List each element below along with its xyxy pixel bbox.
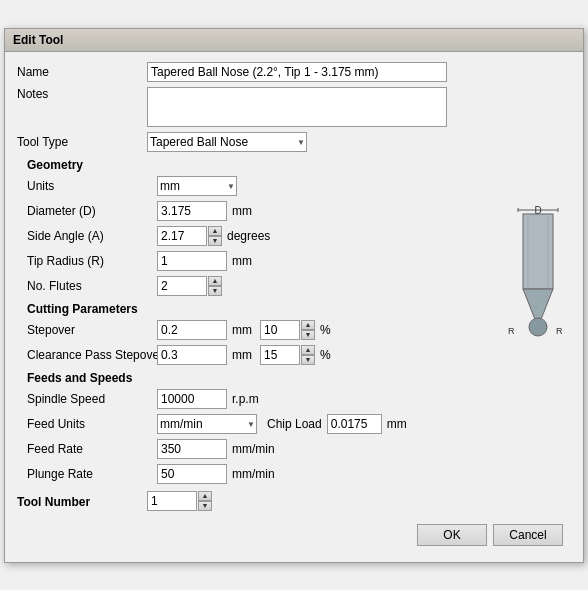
side-angle-up-btn[interactable]: ▲: [208, 226, 222, 236]
flutes-label: No. Flutes: [27, 279, 157, 293]
tool-type-row: Tool Type Tapered Ball Nose Ball Nose En…: [17, 132, 571, 152]
feed-rate-label: Feed Rate: [27, 442, 157, 456]
name-row: Name: [17, 62, 571, 82]
tip-radius-input[interactable]: [157, 251, 227, 271]
svg-rect-4: [523, 214, 553, 289]
ok-button[interactable]: OK: [417, 524, 487, 546]
tool-diagram: D R R: [503, 202, 568, 360]
notes-textarea[interactable]: [147, 87, 447, 127]
edit-tool-dialog: Edit Tool Name Notes Tool Type Tapered B…: [4, 28, 584, 563]
flutes-spinner-buttons: ▲ ▼: [208, 276, 222, 296]
clearance-pct-buttons: ▲ ▼: [301, 345, 315, 365]
notes-label: Notes: [17, 87, 147, 101]
diameter-input[interactable]: [157, 201, 227, 221]
clearance-stepover-mm-unit: mm: [232, 348, 252, 362]
flutes-down-btn[interactable]: ▼: [208, 286, 222, 296]
stepover-label: Stepover: [27, 323, 157, 337]
clearance-stepover-pct-input[interactable]: [260, 345, 300, 365]
clearance-stepover-label: Clearance Pass Stepover: [27, 348, 177, 362]
spindle-speed-row: Spindle Speed r.p.m: [27, 389, 571, 409]
tool-number-buttons: ▲ ▼: [198, 491, 212, 511]
tool-type-select-wrapper: Tapered Ball Nose Ball Nose End Mill V-B…: [147, 132, 307, 152]
stepover-row: Stepover mm ▲ ▼ %: [27, 320, 571, 340]
chip-load-label: Chip Load: [267, 417, 322, 431]
flutes-up-btn[interactable]: ▲: [208, 276, 222, 286]
units-row: Units mm inch ▼: [27, 176, 571, 196]
plunge-rate-unit: mm/min: [232, 467, 275, 481]
svg-text:R: R: [556, 326, 563, 336]
name-label: Name: [17, 65, 147, 79]
flutes-spinner: ▲ ▼: [157, 276, 222, 296]
tool-number-label: Tool Number: [17, 495, 147, 509]
side-angle-unit: degrees: [227, 229, 270, 243]
side-angle-spinner-buttons: ▲ ▼: [208, 226, 222, 246]
notes-row: Notes: [17, 87, 571, 127]
diameter-unit: mm: [232, 204, 252, 218]
tip-radius-label: Tip Radius (R): [27, 254, 157, 268]
tool-number-row: Tool Number ▲ ▼: [17, 489, 571, 513]
side-angle-label: Side Angle (A): [27, 229, 157, 243]
units-select[interactable]: mm inch: [157, 176, 237, 196]
feed-units-row: Feed Units mm/min inch/min ▼ Chip Load m…: [27, 414, 571, 434]
geometry-header: Geometry: [27, 158, 571, 172]
feed-rate-input[interactable]: [157, 439, 227, 459]
side-angle-row: Side Angle (A) ▲ ▼ degrees: [27, 226, 571, 246]
flutes-input[interactable]: [157, 276, 207, 296]
stepover-pct-spinner: ▲ ▼: [260, 320, 315, 340]
tool-number-down-btn[interactable]: ▼: [198, 501, 212, 511]
feed-rate-row: Feed Rate mm/min: [27, 439, 571, 459]
clearance-stepover-pct-unit: %: [320, 348, 331, 362]
units-select-wrapper: mm inch ▼: [157, 176, 237, 196]
spindle-speed-label: Spindle Speed: [27, 392, 157, 406]
name-input[interactable]: [147, 62, 447, 82]
stepover-pct-buttons: ▲ ▼: [301, 320, 315, 340]
side-angle-spinner: ▲ ▼: [157, 226, 222, 246]
feed-units-select[interactable]: mm/min inch/min: [157, 414, 257, 434]
dialog-title: Edit Tool: [13, 33, 63, 47]
feed-units-label: Feed Units: [27, 417, 157, 431]
cutting-header: Cutting Parameters: [27, 302, 571, 316]
side-angle-input[interactable]: [157, 226, 207, 246]
side-angle-down-btn[interactable]: ▼: [208, 236, 222, 246]
flutes-row: No. Flutes ▲ ▼: [27, 276, 571, 296]
spindle-speed-unit: r.p.m: [232, 392, 259, 406]
clearance-pct-down-btn[interactable]: ▼: [301, 355, 315, 365]
tip-radius-row: Tip Radius (R) mm: [27, 251, 571, 271]
stepover-pct-up-btn[interactable]: ▲: [301, 320, 315, 330]
feed-rate-unit: mm/min: [232, 442, 275, 456]
clearance-stepover-pct-spinner: ▲ ▼: [260, 345, 315, 365]
cancel-button[interactable]: Cancel: [493, 524, 563, 546]
tip-radius-unit: mm: [232, 254, 252, 268]
plunge-rate-row: Plunge Rate mm/min: [27, 464, 571, 484]
tool-number-input[interactable]: [147, 491, 197, 511]
diameter-label: Diameter (D): [27, 204, 157, 218]
stepover-pct-down-btn[interactable]: ▼: [301, 330, 315, 340]
svg-text:R: R: [508, 326, 515, 336]
tool-type-select[interactable]: Tapered Ball Nose Ball Nose End Mill V-B…: [147, 132, 307, 152]
stepover-mm-input[interactable]: [157, 320, 227, 340]
clearance-pct-up-btn[interactable]: ▲: [301, 345, 315, 355]
svg-point-6: [529, 318, 547, 336]
chip-load-unit: mm: [387, 417, 407, 431]
stepover-pct-unit: %: [320, 323, 331, 337]
units-label: Units: [27, 179, 157, 193]
title-bar: Edit Tool: [5, 29, 583, 52]
feeds-header: Feeds and Speeds: [27, 371, 571, 385]
stepover-pct-input[interactable]: [260, 320, 300, 340]
plunge-rate-label: Plunge Rate: [27, 467, 157, 481]
tool-number-spinner: ▲ ▼: [147, 491, 212, 511]
clearance-stepover-mm-input[interactable]: [157, 345, 227, 365]
stepover-mm-unit: mm: [232, 323, 252, 337]
diameter-row: Diameter (D) mm: [27, 201, 571, 221]
button-row: OK Cancel: [17, 518, 571, 554]
tool-type-label: Tool Type: [17, 135, 147, 149]
tool-number-up-btn[interactable]: ▲: [198, 491, 212, 501]
clearance-stepover-row: Clearance Pass Stepover mm ▲ ▼ %: [27, 345, 571, 365]
spindle-speed-input[interactable]: [157, 389, 227, 409]
feed-units-select-wrapper: mm/min inch/min ▼: [157, 414, 257, 434]
chip-load-input[interactable]: [327, 414, 382, 434]
plunge-rate-input[interactable]: [157, 464, 227, 484]
